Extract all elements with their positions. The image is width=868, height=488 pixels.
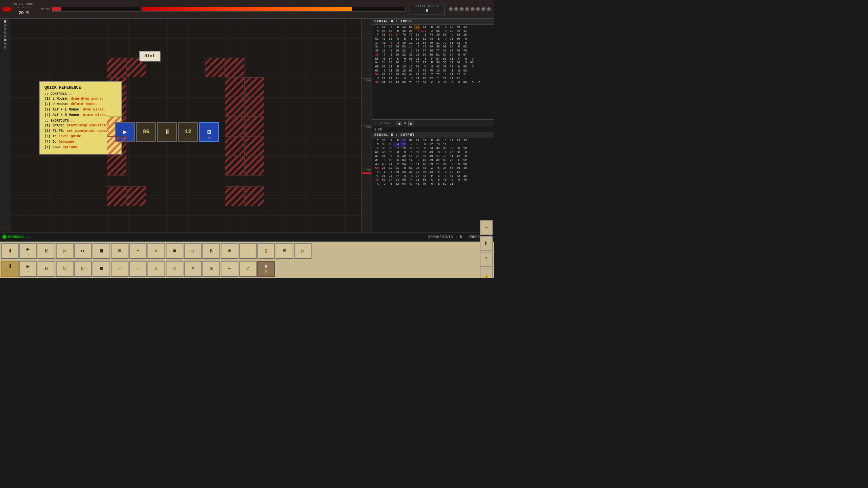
toolbar-btn-x[interactable]: ✕ <box>147 243 165 259</box>
component-box[interactable]: ⊡ S <box>199 122 219 142</box>
toolbar-btn-play-x[interactable]: ▶ X <box>19 243 37 259</box>
knob-group <box>449 7 491 11</box>
toolbar-btn-b[interactable]: B <box>202 243 220 259</box>
signal-row-5: 3181566831484389398978E92 <box>373 45 493 49</box>
signal-bar-track <box>52 7 140 12</box>
toolbar-btn-play3[interactable]: ▷ <box>56 261 74 277</box>
total-power-display: TOTAL POWER 9 <box>410 3 445 15</box>
knob-6[interactable] <box>476 7 480 11</box>
toolbar-btn-circle[interactable]: ○ <box>166 261 183 277</box>
knob-3[interactable] <box>460 7 464 11</box>
toolbar-btn-b2[interactable]: B <box>38 261 55 277</box>
out-row-7: 68251241B569671Z7534854548 <box>373 166 493 170</box>
comp-12-value: 12 <box>185 129 191 135</box>
knob-8[interactable] <box>487 7 491 11</box>
out-row-1: N9815412Z56R627811 <box>373 143 493 147</box>
toolbar-btn-circle-plus[interactable]: ⊕ <box>221 243 238 259</box>
toolbar-row-2: ⏸ • • • ▶ Y B ▷ ▷ ⏹ − + % ○ <box>0 260 494 277</box>
knob-7[interactable] <box>481 7 486 11</box>
toolbar-btn-arrow[interactable]: → <box>239 243 257 259</box>
toolbar-btn-lines[interactable]: ≡ <box>111 243 129 259</box>
toolbar-btn-grid[interactable]: ⊞ <box>276 243 293 259</box>
stripe-cell-10 <box>244 97 264 117</box>
component-row: ▶ 0 86 • • • ⏸ • • • 12 • • • ⊡ S <box>115 122 219 142</box>
lock-icon-m: 🔒 <box>264 270 268 273</box>
signal-row-7: 3073992835103956518734057 <box>373 53 493 57</box>
signal-row-8: 584567KH60233F875551FQQ <box>373 57 493 61</box>
component-12[interactable]: 12 • • • <box>178 122 198 142</box>
signal-output-data: 7307D12867253R40E697933 N9815412Z56R6278… <box>372 138 494 187</box>
toolbar-btn-rotate[interactable]: ↺ <box>184 243 202 259</box>
play3-icon: ▷ <box>63 266 66 271</box>
control-item-1: (1) L Mouse: drag-drop icons. <box>44 97 117 101</box>
component-pause[interactable]: ⏸ • • • <box>157 122 177 142</box>
toolbar-btn-square2[interactable]: ⏹ <box>93 261 110 277</box>
toolbar-btn-active[interactable]: ⏸ • • • <box>1 261 19 277</box>
toolbar-btn-percent[interactable]: % <box>147 261 165 277</box>
component-86[interactable]: 86 • • • <box>136 122 156 142</box>
signal-output-header: SIGNAL 5 : OUTPUT <box>372 132 494 138</box>
top-bar: TOTAL AREA ⠿⠿⠿⠿⠿⠿⠿⠿⠿ 20 % ⠿⠿⠿⠿⠿⠿⠿ TOTAL … <box>0 0 494 19</box>
red-led <box>3 7 11 11</box>
toolbar-btn-right-arrow[interactable]: ▷ <box>294 243 312 259</box>
toolbar-btn-z[interactable]: Z <box>257 243 275 259</box>
knob-4[interactable] <box>465 7 469 11</box>
stripe-cell-17 <box>107 156 126 176</box>
grid-area[interactable]: Hint QUICK REFERENCE :: CONTROLS :: (1) … <box>10 19 361 232</box>
signal-bar: ⠿⠿⠿⠿⠿⠿⠿ <box>39 7 406 12</box>
toolbar-btn-target[interactable]: ⊙ <box>202 261 220 277</box>
edge-btn-pause[interactable]: ⏸ <box>480 236 493 251</box>
toolbar-btn-square[interactable]: ⏹ <box>93 243 110 259</box>
signal-row-4: 3741034011265349117931420 <box>373 41 493 45</box>
pct-75: 75% <box>366 78 371 81</box>
knob-2[interactable] <box>454 7 458 11</box>
toolbar-btn-plus[interactable]: + <box>129 243 147 259</box>
sidebar-indicator-8 <box>4 46 6 49</box>
toolbar-btn-stop[interactable]: ⏸ <box>1 243 19 259</box>
left-sidebar: UBITNMB. <box>0 19 10 232</box>
x-icon: ✕ <box>155 248 158 254</box>
stripe-cell-9 <box>225 97 244 117</box>
running-dot <box>3 235 6 239</box>
stripe-cell-12 <box>225 117 244 136</box>
toolbar-btn-fill[interactable]: ■ <box>166 243 183 259</box>
stop-icon: ⏸ <box>7 248 13 254</box>
knob-1[interactable] <box>449 7 453 11</box>
test-values-row: 0 30 <box>372 127 494 132</box>
knob-5[interactable] <box>471 7 475 11</box>
test-prev-button[interactable]: ◀ <box>396 121 402 126</box>
signal-bar-fill2 <box>142 7 353 11</box>
toolbar-btn-left-arrow[interactable]: ← <box>221 261 238 277</box>
circle-plus-icon: ⊕ <box>228 248 231 254</box>
running-indicator: RUNNING... <box>3 235 31 239</box>
sidebar-indicator-7 <box>4 42 6 45</box>
sidebar-indicator-1 <box>4 20 6 23</box>
toolbar-btn-m[interactable]: M 🔒 <box>257 261 275 277</box>
test-current: 0 <box>404 122 406 125</box>
toolbar-btn-a[interactable]: A <box>184 261 202 277</box>
toolbar-btn-play2[interactable]: ▷ <box>56 243 74 259</box>
edge-btn-right[interactable]: → <box>480 220 493 235</box>
shortcut-item-2: (2) F1-F5: set simulation speed. <box>44 129 117 134</box>
status-bar: RUNNING... BREAKPOINTS : 0 ERRORS : 0 <box>0 232 494 242</box>
toolbar-btn-minus[interactable]: − <box>111 261 129 277</box>
toolbar-btn-z2[interactable]: Z <box>239 261 257 277</box>
toolbar-btn-play-y[interactable]: ▶ Y <box>19 261 37 277</box>
test-next-button[interactable]: ▶ <box>408 121 414 126</box>
stripe-cell-3 <box>205 58 225 77</box>
total-area-label: TOTAL AREA <box>13 2 35 6</box>
toolbar-btn-fastfwd[interactable]: ⏭ <box>74 243 92 259</box>
shortcut-item-1: (1) SPACE: start/stop simulation. <box>44 123 117 128</box>
shortcut-item-5: (5) ESC: options. <box>44 145 117 150</box>
toolbar-btn-r[interactable]: R <box>38 243 55 259</box>
dots-label: • • • <box>6 270 14 273</box>
pause2-icon: ⏸ <box>7 264 13 269</box>
toolbar-btn-play4[interactable]: ▷ <box>74 261 92 277</box>
test-val-30: 30 <box>378 128 382 131</box>
shortcut-item-3: (3) T: level guide. <box>44 134 117 139</box>
toolbar-btn-plus2[interactable]: + <box>129 261 147 277</box>
hint-button[interactable]: Hint <box>139 51 160 61</box>
circle-icon: ○ <box>173 266 176 271</box>
r-icon: R <box>45 249 48 253</box>
shortcuts-heading: :: SHORTCUTS :: <box>44 119 117 123</box>
